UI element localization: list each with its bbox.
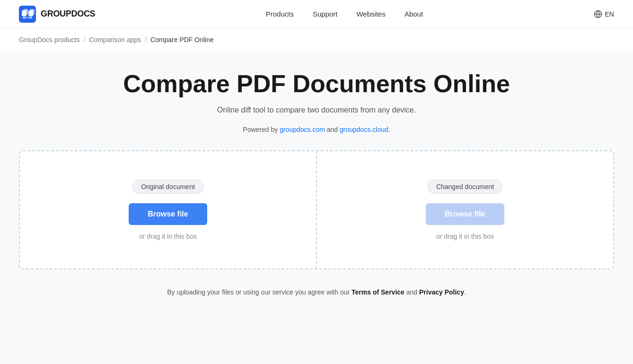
drag-text-changed: or drag it in this box: [436, 233, 494, 240]
main-content: Compare PDF Documents Online Online diff…: [0, 51, 633, 324]
groupdocs-cloud-link[interactable]: groupdocs.cloud: [340, 126, 388, 133]
nav-products[interactable]: Products: [266, 10, 294, 18]
nav-support[interactable]: Support: [313, 10, 338, 18]
changed-doc-label: Changed document: [427, 180, 503, 194]
privacy-link[interactable]: Privacy Policy: [419, 288, 464, 296]
powered-by-and: and: [325, 126, 340, 133]
breadcrumb-current: Compare PDF Online: [150, 36, 214, 43]
browse-file-button-changed[interactable]: Browse file: [426, 203, 504, 225]
svg-rect-2: [23, 9, 28, 15]
nav-websites[interactable]: Websites: [356, 10, 385, 18]
svg-point-5: [23, 16, 26, 19]
breadcrumb: GroupDocs products / Comparison apps / C…: [0, 28, 633, 51]
footer-and: and: [404, 288, 419, 296]
browse-file-button-original[interactable]: Browse file: [129, 203, 207, 225]
upload-box-changed[interactable]: Changed document Browse file or drag it …: [317, 151, 613, 269]
powered-by-suffix: .: [388, 126, 390, 133]
lang-label: EN: [605, 10, 614, 18]
powered-by: Powered by groupdocs.com and groupdocs.c…: [243, 126, 390, 133]
svg-point-6: [29, 16, 32, 19]
logo[interactable]: GROUPDOCS: [19, 6, 95, 23]
footer-note-prefix: By uploading your files or using our ser…: [167, 288, 352, 296]
page-subtitle: Online diff tool to compare two document…: [217, 106, 416, 114]
footer-note: By uploading your files or using our ser…: [167, 288, 466, 296]
nav-about[interactable]: About: [404, 10, 423, 18]
main-nav: Products Support Websites About: [266, 10, 423, 18]
svg-rect-4: [30, 9, 35, 15]
logo-icon: [19, 6, 36, 23]
drag-text-original: or drag it in this box: [139, 233, 197, 240]
breadcrumb-sep-2: /: [145, 36, 147, 43]
breadcrumb-comparison[interactable]: Comparison apps: [89, 36, 141, 43]
upload-box-original[interactable]: Original document Browse file or drag it…: [20, 151, 317, 269]
groupdocs-com-link[interactable]: groupdocs.com: [280, 126, 325, 133]
powered-by-prefix: Powered by: [243, 126, 280, 133]
breadcrumb-sep-1: /: [83, 36, 85, 43]
logo-text: GROUPDOCS: [41, 9, 95, 19]
footer-suffix: .: [464, 288, 466, 296]
original-doc-label: Original document: [132, 180, 204, 194]
tos-link[interactable]: Terms of Service: [352, 288, 404, 296]
globe-icon: [594, 10, 602, 18]
upload-area: Original document Browse file or drag it…: [19, 150, 614, 269]
breadcrumb-groupdocs[interactable]: GroupDocs products: [19, 36, 79, 43]
language-selector[interactable]: EN: [594, 10, 614, 18]
page-title: Compare PDF Documents Online: [123, 70, 510, 98]
